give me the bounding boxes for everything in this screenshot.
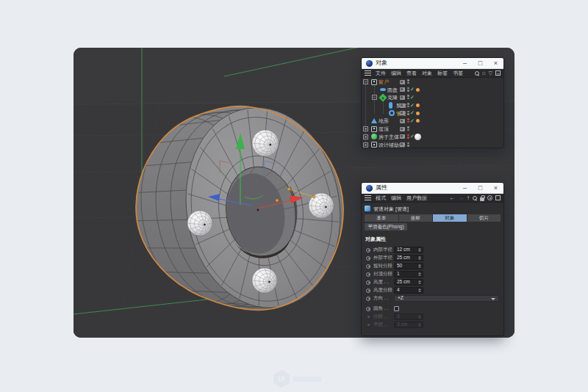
visibility-dots[interactable] <box>407 79 409 84</box>
tree-row-胶囊[interactable]: 胶囊✓ <box>362 101 503 109</box>
object-menu-1[interactable]: 编辑 <box>391 70 401 76</box>
keyframe-circle-icon[interactable] <box>366 264 370 269</box>
visibility-dots[interactable] <box>407 87 409 92</box>
visibility-dots[interactable] <box>407 134 409 139</box>
sphere-object[interactable] <box>252 130 279 156</box>
visibility-dots[interactable] <box>407 103 409 107</box>
layer-chip-icon[interactable] <box>400 80 405 84</box>
enabled-check-icon[interactable]: ✓ <box>410 94 415 101</box>
attributes-menu-0[interactable]: 模式 <box>376 195 386 200</box>
number-input[interactable]: 25 cm <box>394 279 423 286</box>
hamburger-icon[interactable] <box>365 195 371 200</box>
spinner[interactable] <box>417 247 422 253</box>
maximize-button[interactable]: □ <box>473 183 488 193</box>
tab-对象[interactable]: 对象 <box>433 214 467 222</box>
object-menu-4[interactable]: 标签 <box>437 70 448 76</box>
object-window-titlebar[interactable]: 对象 – □ × <box>362 58 503 69</box>
fillet-checkbox[interactable] <box>394 306 399 311</box>
layer-chip-icon[interactable] <box>400 104 405 108</box>
keyframe-circle-icon[interactable] <box>368 324 370 326</box>
tab-基本[interactable]: 基本 <box>365 214 398 222</box>
layer-chip-icon[interactable] <box>400 95 405 100</box>
tree-row-地形[interactable]: 地形✓ <box>362 117 503 125</box>
sphere-object[interactable] <box>187 211 212 236</box>
layer-chip-icon[interactable] <box>400 119 405 123</box>
keyframe-circle-icon[interactable] <box>366 297 370 301</box>
visibility-dots[interactable] <box>407 142 409 147</box>
spinner[interactable] <box>417 280 422 285</box>
attributes-menu-1[interactable]: 编辑 <box>391 195 401 200</box>
tree-row-设计辅助线[interactable]: +设计辅助线 <box>362 141 503 149</box>
attributes-menu-2[interactable]: 用户数据 <box>406 195 427 200</box>
collapse-icon[interactable]: − <box>363 79 368 84</box>
search-icon[interactable] <box>475 71 479 76</box>
number-input[interactable]: 3 cm <box>394 322 423 328</box>
visibility-dots[interactable] <box>407 111 409 115</box>
minimize-button[interactable]: – <box>457 183 473 193</box>
number-input[interactable]: 4 <box>394 287 423 294</box>
object-menu-3[interactable]: 对象 <box>422 70 432 76</box>
tree-row-窗户[interactable]: −窗户 <box>362 78 503 86</box>
sphere-object[interactable] <box>252 268 277 293</box>
expand-icon[interactable]: + <box>363 134 368 139</box>
keyframe-circle-icon[interactable] <box>366 248 370 253</box>
enabled-check-icon[interactable]: ✓ <box>410 109 415 117</box>
spinner[interactable] <box>417 322 422 327</box>
tab-切片[interactable]: 切片 <box>467 214 501 222</box>
visibility-dots[interactable] <box>407 126 409 131</box>
home-icon[interactable]: ⌂ <box>482 70 486 76</box>
tree-row-管道[interactable]: 管道✓ <box>362 109 503 117</box>
keyframe-circle-icon[interactable] <box>366 272 370 277</box>
up-arrow-icon[interactable]: ↑ <box>467 195 470 201</box>
spinner[interactable] <box>417 288 422 293</box>
enabled-check-icon[interactable]: ✓ <box>410 102 415 109</box>
object-label[interactable]: 地形 <box>379 117 389 124</box>
layer-chip-icon[interactable] <box>400 111 405 115</box>
tree-row-房子主体[interactable]: +房子主体✓ <box>362 133 503 141</box>
tag-dot-icon[interactable] <box>416 112 420 115</box>
search-icon[interactable] <box>473 196 477 200</box>
collapse-icon[interactable]: − <box>372 95 377 100</box>
enabled-check-icon[interactable]: ✓ <box>410 133 415 140</box>
object-label[interactable]: 圆盘 <box>387 87 398 93</box>
attributes-window-titlebar[interactable]: 属性 – □ × <box>362 183 503 194</box>
enabled-check-icon[interactable]: ✓ <box>410 117 415 125</box>
tree-row-圆盘[interactable]: 圆盘✓ <box>362 86 503 94</box>
spinner[interactable] <box>417 272 422 277</box>
expand-icon[interactable]: + <box>363 126 368 131</box>
direction-dropdown[interactable]: +Z <box>394 295 499 302</box>
keyframe-circle-icon[interactable] <box>366 307 370 311</box>
track-icon[interactable] <box>487 195 492 200</box>
spinner[interactable] <box>417 255 422 261</box>
number-input[interactable]: 25 cm <box>394 255 423 261</box>
visibility-dots[interactable] <box>407 95 409 99</box>
keyframe-circle-icon[interactable] <box>366 256 370 261</box>
keyframe-circle-icon[interactable] <box>368 316 370 318</box>
keyframe-circle-icon[interactable] <box>366 280 370 285</box>
close-button[interactable]: × <box>488 183 503 193</box>
layer-chip-icon[interactable] <box>400 87 405 92</box>
tree-row-克隆[interactable]: −克隆✓ <box>362 93 503 101</box>
layer-chip-icon[interactable] <box>400 142 405 147</box>
object-menu-0[interactable]: 文件 <box>376 70 386 76</box>
lock-icon[interactable] <box>480 197 484 201</box>
enabled-check-icon[interactable]: ✓ <box>410 86 415 93</box>
close-button[interactable]: × <box>488 58 503 68</box>
number-input[interactable]: 1 <box>394 271 423 277</box>
new-panel-icon[interactable] <box>495 195 501 200</box>
minimize-button[interactable]: – <box>457 58 473 68</box>
spinner[interactable] <box>417 264 422 269</box>
object-label[interactable]: 克隆 <box>387 94 398 101</box>
tag-dot-icon[interactable] <box>416 119 420 123</box>
add-panel-icon[interactable]: + <box>495 70 501 76</box>
object-label[interactable]: 房子主体 <box>379 134 399 140</box>
number-input[interactable]: 3 <box>394 313 423 320</box>
back-arrow-icon[interactable]: ← <box>449 195 455 201</box>
tag-dot-icon[interactable] <box>416 88 420 92</box>
keyframe-circle-icon[interactable] <box>366 288 370 293</box>
number-input[interactable]: 12 cm <box>394 247 423 253</box>
object-label[interactable]: 屋顶 <box>379 126 389 132</box>
spinner[interactable] <box>417 314 422 319</box>
layer-chip-icon[interactable] <box>400 127 405 131</box>
tree-row-屋顶[interactable]: +屋顶 <box>362 125 503 133</box>
